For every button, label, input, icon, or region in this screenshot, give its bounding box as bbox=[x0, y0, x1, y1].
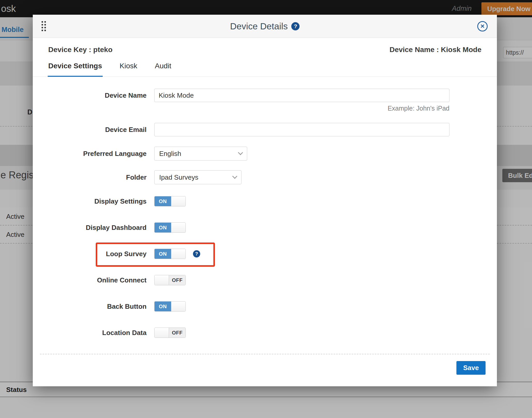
device-key-label: Device Key : pteko bbox=[48, 46, 112, 54]
folder-select[interactable]: Ipad Surveys bbox=[154, 170, 241, 184]
back-button-toggle[interactable]: ON bbox=[154, 301, 186, 312]
preferred-language-field-label: Preferred Language bbox=[33, 150, 154, 158]
close-icon[interactable]: ✕ bbox=[477, 21, 488, 31]
toggle-state-label: ON bbox=[155, 302, 171, 311]
display-dashboard-toggle[interactable]: ON bbox=[154, 222, 186, 233]
preferred-language-row: Preferred Language English bbox=[33, 147, 497, 161]
location-data-row: Location Data OFF bbox=[33, 328, 497, 338]
toggle-knob bbox=[171, 302, 186, 311]
display-dashboard-label: Display Dashboard bbox=[33, 224, 154, 232]
location-data-label: Location Data bbox=[33, 329, 154, 337]
device-name-hint: Example: John's iPad bbox=[154, 105, 449, 112]
display-settings-toggle[interactable]: ON bbox=[154, 196, 186, 206]
toggle-knob bbox=[155, 275, 169, 285]
chevron-down-icon bbox=[232, 174, 237, 179]
back-button-label: Back Button bbox=[33, 303, 154, 311]
device-email-input[interactable] bbox=[154, 123, 449, 136]
device-settings-form: Device Name Example: John's iPad Device … bbox=[33, 77, 497, 338]
loop-survey-help-icon[interactable]: ? bbox=[193, 250, 200, 257]
modal-footer: Save bbox=[33, 354, 497, 375]
back-button-row: Back Button ON bbox=[33, 301, 497, 312]
loop-survey-toggle[interactable]: ON bbox=[154, 249, 186, 259]
tab-device-settings[interactable]: Device Settings bbox=[48, 60, 103, 77]
loop-survey-label: Loop Survey bbox=[33, 250, 154, 258]
toggle-state-label: ON bbox=[155, 249, 171, 259]
tab-kiosk[interactable]: Kiosk bbox=[119, 60, 138, 77]
toggle-knob bbox=[171, 223, 186, 232]
help-icon[interactable]: ? bbox=[291, 22, 300, 30]
device-email-row: Device Email bbox=[33, 123, 497, 136]
folder-row: Folder Ipad Surveys bbox=[33, 170, 497, 184]
toggle-state-label: ON bbox=[155, 196, 171, 206]
device-name-field-label: Device Name bbox=[33, 91, 154, 99]
tab-audit[interactable]: Audit bbox=[154, 60, 172, 77]
device-email-field-label: Device Email bbox=[33, 126, 154, 134]
location-data-toggle[interactable]: OFF bbox=[154, 328, 186, 338]
online-connect-row: Online Connect OFF bbox=[33, 275, 497, 285]
display-settings-label: Display Settings bbox=[33, 197, 154, 205]
display-dashboard-row: Display Dashboard ON bbox=[33, 222, 497, 233]
preferred-language-value: English bbox=[159, 150, 181, 158]
modal-title-wrap: Device Details ? bbox=[33, 15, 497, 38]
toggle-state-label: ON bbox=[155, 223, 171, 232]
drag-handle-icon[interactable] bbox=[42, 21, 46, 32]
preferred-language-select[interactable]: English bbox=[154, 147, 247, 161]
toggle-knob bbox=[155, 328, 169, 338]
display-settings-row: Display Settings ON bbox=[33, 196, 497, 206]
folder-value: Ipad Surveys bbox=[159, 173, 198, 181]
screen: osk Admin Upgrade Now Mobile D e Registr… bbox=[0, 0, 532, 418]
save-button[interactable]: Save bbox=[456, 361, 486, 375]
device-name-label: Device Name : Kiosk Mode bbox=[390, 46, 481, 54]
toggle-knob bbox=[171, 196, 186, 206]
online-connect-label: Online Connect bbox=[33, 276, 154, 284]
modal-header: Device Details ? ✕ bbox=[33, 15, 497, 38]
device-name-input[interactable] bbox=[154, 89, 449, 102]
folder-field-label: Folder bbox=[33, 173, 154, 181]
toggle-state-label: OFF bbox=[169, 275, 186, 285]
modal-subheader: Device Key : pteko Device Name : Kiosk M… bbox=[33, 38, 497, 60]
modal-title: Device Details bbox=[230, 21, 288, 31]
device-name-row: Device Name bbox=[33, 89, 497, 102]
device-details-modal: Device Details ? ✕ Device Key : pteko De… bbox=[33, 15, 497, 386]
modal-tabs: Device Settings Kiosk Audit bbox=[33, 60, 497, 77]
toggle-state-label: OFF bbox=[169, 328, 186, 338]
online-connect-toggle[interactable]: OFF bbox=[154, 275, 186, 285]
chevron-down-icon bbox=[238, 150, 243, 155]
toggle-knob bbox=[171, 249, 186, 259]
loop-survey-row: Loop Survey ON ? bbox=[33, 249, 497, 259]
